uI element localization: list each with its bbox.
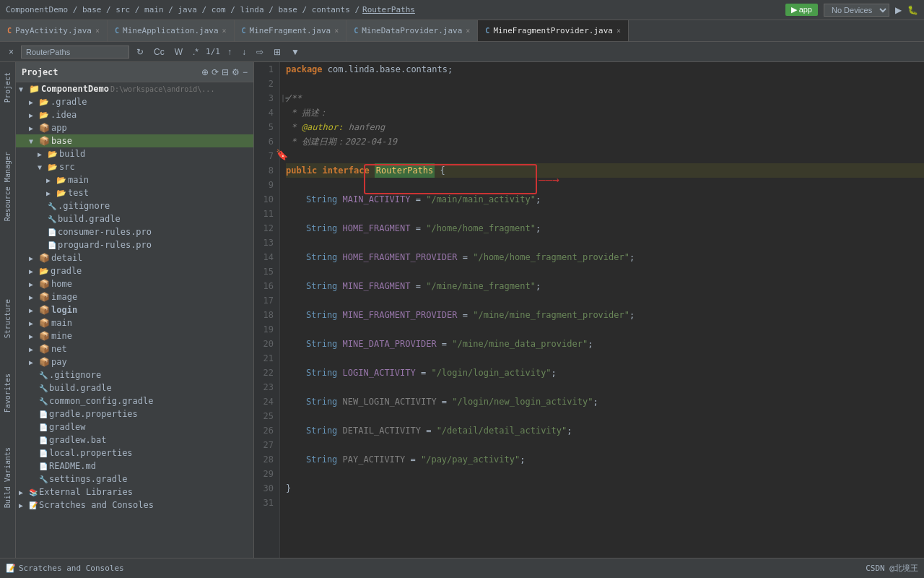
code-line-26: String DETAIL_ACTIVITY = "/detail/detail… <box>286 423 924 438</box>
tree-label: build.gradle <box>58 214 121 224</box>
tree-item-gradle-folder[interactable]: ▶ 📂 gradle <box>16 264 253 277</box>
tree-item-scratches[interactable]: ▶ 📝 Scratches and Consoles <box>16 499 253 512</box>
tree-item-home[interactable]: ▶ 📦 home <box>16 277 253 290</box>
scratches-icon: 📝 <box>29 501 38 509</box>
run-config-button[interactable]: ▶ <box>895 5 902 15</box>
tree-item-build-gradle-base[interactable]: 🔧 build.gradle <box>16 212 253 225</box>
code-editor[interactable]: ——→ 🔖 1 2 3 4 5 6 7 8 9 10 11 12 13 14 1… <box>254 62 924 558</box>
debug-button[interactable]: 🐛 <box>907 5 918 15</box>
tree-label: proguard-rules.pro <box>58 240 152 250</box>
sidebar-resource-manager-button[interactable]: Resource Manager <box>2 147 13 225</box>
scratches-label: Scratches and Consoles <box>19 564 124 573</box>
search-word-button[interactable]: W <box>172 46 186 59</box>
line-num-22: 22 <box>260 366 274 380</box>
tab-mineapplication[interactable]: C MineApplication.java × <box>108 20 235 42</box>
tab-minefragmentprovider[interactable]: C MineFragmentProvider.java × <box>478 20 629 42</box>
code-line-21 <box>286 351 924 366</box>
search-case-button[interactable]: Cc <box>151 46 167 59</box>
tab-minefragment[interactable]: C MineFragment.java × <box>235 20 347 42</box>
tree-item-common-config[interactable]: 🔧 common_config.gradle <box>16 394 253 407</box>
search-refresh-button[interactable]: ↻ <box>134 46 147 59</box>
tree-label: gradlew <box>49 422 86 432</box>
code-semi: ; <box>629 250 635 264</box>
line-num-12: 12 <box>260 221 274 236</box>
tab-payactivity-close[interactable]: × <box>95 27 100 35</box>
tree-hide-button[interactable]: − <box>243 67 248 77</box>
sidebar-project-button[interactable]: Project <box>2 68 13 107</box>
tree-item-gradle-props[interactable]: 📄 gradle.properties <box>16 407 253 420</box>
tree-add-button[interactable]: ⊕ <box>201 67 209 77</box>
code-plain: = <box>421 423 437 438</box>
tree-item-gradlew[interactable]: 📄 gradlew <box>16 420 253 434</box>
bottom-scratches[interactable]: 📝 Scratches and Consoles <box>6 564 124 573</box>
tab-minefragment-close[interactable]: × <box>334 27 339 35</box>
code-lines: |= package com.linda.base.contants; /** … <box>280 62 924 558</box>
tree-item-settings-gradle[interactable]: 🔧 settings.gradle <box>16 473 253 486</box>
tree-item-componentdemo[interactable]: ▼ 📁 ComponentDemo D:\workspace\android\.… <box>16 82 253 95</box>
search-prev-button[interactable]: ↑ <box>225 46 235 59</box>
tree-item-idea[interactable]: ▶ 📂 .idea <box>16 108 253 121</box>
device-selector[interactable]: No Devices <box>824 4 889 17</box>
tree-collapse-button[interactable]: ⊟ <box>222 67 229 77</box>
line-num-18: 18 <box>260 308 274 322</box>
tab-java-icon-3: C <box>242 27 246 35</box>
tree-item-readme[interactable]: 📄 README.md <box>16 460 253 473</box>
code-line-29 <box>286 467 924 481</box>
watermark: CSDN @北境王 <box>866 563 918 574</box>
tree-item-consumer-rules[interactable]: 📄 consumer-rules.pro <box>16 225 253 238</box>
search-find-in-files-button[interactable]: ⇨ <box>253 46 266 59</box>
tree-item-local-props[interactable]: 📄 local.properties <box>16 447 253 460</box>
tree-item-gitignore-base[interactable]: 🔧 .gitignore <box>16 199 253 212</box>
sidebar-structure-button[interactable]: Structure <box>2 295 13 342</box>
code-line-10: String MAIN_ACTIVITY = "/main/main_activ… <box>286 192 924 207</box>
tree-item-src[interactable]: ▼ 📂 src <box>16 160 253 173</box>
search-filter-button[interactable]: ▼ <box>288 46 302 59</box>
tree-item-image[interactable]: ▶ 📦 image <box>16 290 253 303</box>
tree-item-main-module[interactable]: ▶ 📦 main <box>16 316 253 329</box>
tree-label: test <box>68 188 89 198</box>
search-next-button[interactable]: ↓ <box>239 46 249 59</box>
sidebar-build-variants-button[interactable]: Build Variants <box>2 443 13 512</box>
search-close-button[interactable]: × <box>6 46 17 59</box>
tab-minedataprovider-close[interactable]: × <box>466 27 470 35</box>
tab-mineapplication-close[interactable]: × <box>222 27 227 35</box>
tree-item-gradle[interactable]: ▶ 📂 .gradle <box>16 95 253 108</box>
tree-item-base[interactable]: ▼ 📦 base <box>16 134 253 147</box>
tab-minefragmentprovider-close[interactable]: × <box>616 27 621 35</box>
tree-item-main[interactable]: ▶ 📂 main <box>16 173 253 186</box>
tree-item-pay[interactable]: ▶ 📦 pay <box>16 355 253 368</box>
tree-item-login[interactable]: ▶ 📦 login <box>16 303 253 316</box>
line-num-20: 20 <box>260 337 274 351</box>
search-regex-button[interactable]: .* <box>190 46 201 59</box>
tree-sync-button[interactable]: ⟳ <box>212 67 219 77</box>
tree-item-gitignore-root[interactable]: 🔧 .gitignore <box>16 368 253 381</box>
code-comment: hanfeng <box>343 120 385 134</box>
kw-string: String <box>306 337 343 351</box>
tree-item-detail[interactable]: ▶ 📦 detail <box>16 251 253 264</box>
code-line-5: * @author: hanfeng <box>286 120 924 134</box>
tree-item-build[interactable]: ▶ 📂 build <box>16 147 253 160</box>
const-pay-activity: PAY_ACTIVITY <box>343 452 406 467</box>
tree-item-proguard[interactable]: 📄 proguard-rules.pro <box>16 238 253 251</box>
search-input[interactable] <box>21 46 129 59</box>
tree-label: net <box>51 344 67 354</box>
code-line-13 <box>286 236 924 250</box>
str-new-login-activity: "/login/new_login_activity" <box>452 394 593 409</box>
run-button[interactable]: ▶ app <box>785 4 818 16</box>
tree-settings-button[interactable]: ⚙ <box>232 67 240 77</box>
search-options-button[interactable]: ⊞ <box>271 46 284 59</box>
tree-item-app[interactable]: ▶ 📦 app <box>16 121 253 134</box>
tree-item-build-gradle-root[interactable]: 🔧 build.gradle <box>16 381 253 394</box>
ext-lib-icon: 📚 <box>29 488 38 496</box>
breadcrumb-text: ComponentDemo / base / src / main / java… <box>6 5 359 14</box>
sidebar-favorites-button[interactable]: Favorites <box>2 369 13 417</box>
tab-minedataprovider[interactable]: C MineDataProvider.java × <box>346 20 478 42</box>
tree-item-net[interactable]: ▶ 📦 net <box>16 342 253 355</box>
code-line-6: * 创建日期：2022-04-19 <box>286 134 924 149</box>
tree-item-mine[interactable]: ▶ 📦 mine <box>16 329 253 342</box>
tree-item-external-libraries[interactable]: ▶ 📚 External Libraries <box>16 486 253 499</box>
tree-item-gradlew-bat[interactable]: 📄 gradlew.bat <box>16 434 253 447</box>
tree-item-test[interactable]: ▶ 📂 test <box>16 186 253 199</box>
tab-payactivity[interactable]: C PayActivity.java × <box>0 20 108 42</box>
kw-string: String <box>306 394 343 409</box>
